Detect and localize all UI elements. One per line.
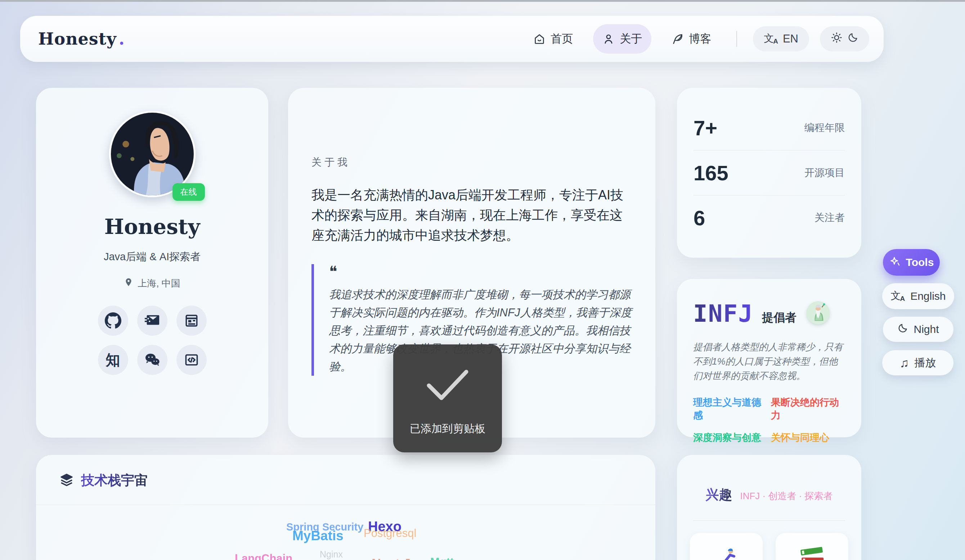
wechat-button[interactable] bbox=[137, 345, 167, 375]
mbti-traits: 理想主义与道德感果断决绝的行动力深度洞察与创意关怀与同理心 bbox=[693, 396, 845, 444]
github-icon bbox=[105, 312, 121, 329]
zhihu-icon: 知 bbox=[106, 350, 120, 370]
stat-value: 165 bbox=[693, 161, 728, 185]
online-status-badge: 在线 bbox=[172, 183, 205, 201]
nav-item-home[interactable]: 首页 bbox=[524, 24, 582, 54]
zhihu-button[interactable]: 知 bbox=[98, 345, 128, 375]
stat-value: 6 bbox=[693, 206, 705, 230]
stat-label: 关注者 bbox=[815, 211, 845, 225]
mbti-trait: 理想主义与道德感 bbox=[693, 396, 767, 422]
translate-icon: 文A bbox=[890, 291, 905, 302]
tech-cloud: Spring SecurityMyBatisHexoPostgresqlNgin… bbox=[36, 455, 655, 560]
mbti-description: 提倡者人格类型的人非常稀少，只有不到1%的人口属于这种类型，但他们对世界的贡献不… bbox=[693, 340, 845, 383]
location-text: 上海, 中国 bbox=[137, 277, 180, 290]
navbar-divider bbox=[736, 31, 737, 47]
github-button[interactable] bbox=[98, 305, 128, 336]
interests-card: 兴趣 INFJ · 创造者 · 探索者 bbox=[677, 455, 861, 560]
logo-dot: . bbox=[119, 29, 125, 49]
theme-toggle[interactable] bbox=[820, 26, 869, 51]
social-links: 知 bbox=[98, 305, 207, 375]
mbti-trait: 深度洞察与创意 bbox=[693, 431, 767, 444]
tech-cloud-word[interactable]: MyBatis bbox=[293, 528, 343, 544]
about-heading: 关于我 bbox=[311, 155, 632, 169]
tech-cloud-word[interactable]: Next.Js bbox=[371, 557, 418, 560]
mbti-header: INFJ 提倡者 bbox=[693, 300, 845, 328]
code-button[interactable] bbox=[177, 345, 207, 375]
wechat-icon bbox=[144, 351, 161, 369]
interests-header: 兴趣 INFJ · 创造者 · 探索者 bbox=[705, 486, 833, 504]
navbar-menu: 首页 关于 博客 文A EN bbox=[524, 24, 869, 54]
profile-name: Honesty bbox=[105, 214, 200, 239]
stat-row: 165开源项目 bbox=[693, 152, 845, 194]
home-icon bbox=[533, 33, 546, 45]
logo[interactable]: Honesty. bbox=[38, 29, 125, 49]
code-icon bbox=[184, 352, 200, 368]
night-mode-label: Night bbox=[914, 323, 939, 335]
play-music-label: 播放 bbox=[914, 356, 936, 370]
email-button[interactable] bbox=[137, 305, 167, 336]
page: Honesty. 首页 关于 博客 bbox=[0, 0, 965, 560]
moon-icon bbox=[847, 32, 859, 46]
advocate-avatar bbox=[806, 301, 829, 324]
tech-cloud-word[interactable]: Postgresql bbox=[364, 527, 416, 540]
nav-item-label: 首页 bbox=[551, 31, 573, 46]
translate-icon: 文A bbox=[764, 33, 778, 45]
night-mode-button[interactable]: Night bbox=[883, 317, 954, 342]
stat-value: 7+ bbox=[693, 116, 717, 140]
mbti-trait: 果断决绝的行动力 bbox=[771, 396, 845, 422]
sparkle-icon bbox=[889, 256, 901, 269]
check-icon bbox=[425, 344, 471, 403]
avatar-wrap: 在线 bbox=[109, 111, 196, 197]
mbti-type: INFJ bbox=[693, 300, 753, 328]
interests-tiles bbox=[690, 533, 848, 560]
nav-item-about[interactable]: 关于 bbox=[593, 24, 651, 54]
blog-button[interactable] bbox=[177, 305, 207, 336]
interests-title: 兴趣 bbox=[705, 486, 732, 504]
feather-icon bbox=[672, 33, 684, 45]
books-icon bbox=[797, 546, 828, 560]
language-toggle[interactable]: 文A EN bbox=[753, 26, 809, 51]
about-paragraph: 我是一名充满热情的Java后端开发工程师，专注于AI技术的探索与应用。来自湖南，… bbox=[311, 185, 634, 245]
stat-row: 7+编程年限 bbox=[693, 107, 845, 149]
profile-location: 上海, 中国 bbox=[124, 277, 180, 290]
stat-label: 开源项目 bbox=[805, 166, 845, 180]
mbti-card: INFJ 提倡者 提倡者人格类型的人非常稀少，只有不到1%的人口属于这种类型，但… bbox=[677, 279, 861, 437]
tech-stack-card: 技术栈宇宙 Spring SecurityMyBatisHexoPostgres… bbox=[36, 455, 655, 560]
language-label: EN bbox=[783, 33, 798, 45]
sun-icon bbox=[831, 32, 842, 46]
music-note-icon: ♫ bbox=[900, 357, 909, 369]
tools-button[interactable]: Tools bbox=[883, 249, 940, 276]
interests-divider bbox=[693, 521, 845, 521]
stats-divider bbox=[693, 150, 845, 150]
language-switch-button[interactable]: 文A English bbox=[882, 283, 954, 309]
profile-title: Java后端 & AI探索者 bbox=[104, 250, 201, 264]
mail-send-icon bbox=[144, 312, 160, 329]
stats-list: 7+编程年限165开源项目6关注者 bbox=[693, 107, 845, 238]
quote-mark-icon: ❝ bbox=[329, 264, 637, 279]
tools-label: Tools bbox=[906, 256, 934, 268]
tech-cloud-word[interactable]: Mqtt bbox=[430, 556, 454, 560]
profile-card: 在线 Honesty Java后端 & AI探索者 上海, 中国 bbox=[36, 88, 268, 438]
logo-text: Honesty bbox=[38, 29, 117, 49]
stat-label: 编程年限 bbox=[805, 121, 845, 135]
stat-row: 6关注者 bbox=[693, 197, 845, 238]
toast-message: 已添加到剪贴板 bbox=[410, 421, 486, 436]
moon-icon bbox=[897, 323, 908, 336]
interest-tile-reading[interactable] bbox=[775, 533, 848, 560]
tech-cloud-word[interactable]: LangChain bbox=[235, 552, 293, 560]
tech-cloud-word[interactable]: Nginx bbox=[320, 549, 343, 560]
interest-tile-cycling[interactable] bbox=[690, 533, 763, 560]
interests-subtitle: INFJ · 创造者 · 探索者 bbox=[740, 490, 833, 503]
language-switch-label: English bbox=[910, 290, 945, 302]
cyclist-icon bbox=[711, 546, 742, 560]
mbti-trait: 关怀与同理心 bbox=[771, 431, 845, 444]
nav-item-blog[interactable]: 博客 bbox=[662, 24, 721, 54]
play-music-button[interactable]: ♫ 播放 bbox=[882, 350, 954, 376]
location-pin-icon bbox=[124, 278, 133, 289]
user-icon bbox=[602, 33, 615, 45]
newspaper-icon bbox=[184, 313, 200, 328]
clipboard-toast: 已添加到剪贴板 bbox=[393, 344, 502, 452]
stats-divider bbox=[693, 195, 845, 196]
mbti-type-label: 提倡者 bbox=[762, 310, 797, 326]
nav-item-label: 博客 bbox=[689, 31, 711, 46]
